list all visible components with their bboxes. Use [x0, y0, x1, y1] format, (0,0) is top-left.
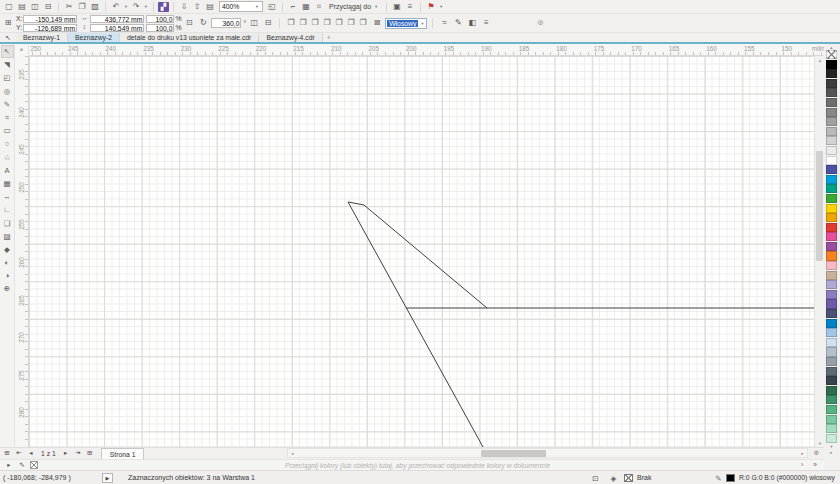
text-tool-icon[interactable]: A: [1, 164, 14, 177]
hints-expand-icon[interactable]: ▾: [438, 4, 444, 9]
interactive-fill-tool-icon[interactable]: ◐: [1, 256, 14, 269]
artistic-media-tool-icon[interactable]: ≈: [1, 111, 14, 124]
first-page-icon[interactable]: ⇤: [14, 448, 24, 459]
color-swatch[interactable]: [826, 261, 837, 270]
color-swatch[interactable]: [826, 146, 837, 155]
color-swatch[interactable]: [826, 434, 837, 443]
outline-color-swatch[interactable]: [726, 474, 735, 482]
color-swatch[interactable]: [826, 280, 837, 289]
color-swatch[interactable]: [826, 395, 837, 404]
shaping-icon[interactable]: ❐: [345, 18, 357, 29]
color-swatch[interactable]: [826, 405, 837, 414]
transform-widget-icon[interactable]: ⊞: [2, 18, 14, 29]
show-guidelines-icon[interactable]: ⌗: [313, 1, 325, 12]
color-swatch[interactable]: [826, 424, 837, 433]
new-document-tab-button[interactable]: +: [323, 33, 335, 42]
export-icon[interactable]: ⇧: [191, 1, 203, 12]
options-icon[interactable]: ▣: [391, 1, 403, 12]
last-page-icon[interactable]: ⇥: [73, 448, 83, 459]
polygon-tool-icon[interactable]: ☆: [1, 151, 14, 164]
shaping-icon[interactable]: ❐: [285, 18, 297, 29]
horizontal-scroll-thumb[interactable]: [481, 450, 546, 457]
palette-scroll-end-icon[interactable]: »: [810, 460, 820, 471]
palette-scroll-right-icon[interactable]: ›: [797, 460, 807, 471]
color-swatch[interactable]: [826, 136, 837, 145]
rectangle-tool-icon[interactable]: ▭: [1, 124, 14, 137]
paste-icon[interactable]: ▨: [89, 1, 101, 12]
color-swatch[interactable]: [826, 338, 837, 347]
color-swatch[interactable]: [826, 376, 837, 385]
shaping-icon[interactable]: ❐: [297, 18, 309, 29]
document-tab[interactable]: Beznazwy-1: [16, 33, 68, 42]
save-icon[interactable]: ◫: [29, 1, 41, 12]
outline-width-select[interactable]: Włosowy ▾: [385, 18, 427, 29]
dimension-tool-icon[interactable]: ↔: [1, 190, 14, 203]
interactive-property-icon[interactable]: ⊕: [534, 18, 546, 29]
shaping-icon[interactable]: ❐: [333, 18, 345, 29]
document-tab[interactable]: Beznazwy-2: [68, 33, 120, 42]
outline-pen-icon[interactable]: ✎: [452, 18, 464, 29]
fill-none-swatch[interactable]: [624, 474, 633, 482]
color-swatch[interactable]: [826, 357, 837, 366]
color-swatch[interactable]: [826, 290, 837, 299]
fullscreen-preview-icon[interactable]: ◱: [266, 1, 278, 12]
drawing-line[interactable]: [364, 205, 487, 308]
scale-x-field[interactable]: 100,0: [146, 15, 174, 23]
x-position-field[interactable]: -150,149 mm: [23, 15, 77, 23]
color-swatch[interactable]: [826, 271, 837, 280]
color-swatch[interactable]: [826, 204, 837, 213]
no-color-swatch[interactable]: [30, 461, 38, 469]
shape-tool-icon[interactable]: ◥: [1, 58, 14, 71]
scale-y-field[interactable]: 100,0: [146, 24, 174, 32]
color-swatch[interactable]: [826, 242, 837, 251]
mirror-horizontal-icon[interactable]: ◫: [248, 18, 260, 29]
ruler-origin-button[interactable]: ⌖: [15, 44, 29, 56]
color-swatch[interactable]: [826, 156, 837, 165]
document-properties-icon[interactable]: ⊡: [590, 473, 601, 483]
width-field[interactable]: 436,772 mm: [90, 15, 144, 23]
crop-tool-icon[interactable]: ◰: [1, 71, 14, 84]
shadow-tool-icon[interactable]: ❏: [1, 216, 14, 229]
pick-tool-icon[interactable]: ↖: [1, 45, 14, 58]
no-color-swatch[interactable]: [826, 50, 837, 59]
print-icon[interactable]: ⊟: [42, 1, 54, 12]
application-launcher-icon[interactable]: ≡: [404, 1, 416, 12]
edit-fill-icon[interactable]: ◧: [466, 18, 478, 29]
color-swatch[interactable]: [826, 309, 837, 318]
transparency-tool-icon[interactable]: ▨: [1, 230, 14, 243]
palette-flyout-icon[interactable]: ▸: [4, 460, 14, 471]
scroll-left-icon[interactable]: ◂: [288, 449, 297, 457]
fill-color-icon[interactable]: ◈: [608, 473, 619, 483]
zoom-level-select[interactable]: 400% ▾: [219, 1, 263, 12]
alignment-icon[interactable]: ≡: [480, 18, 492, 29]
smart-fill-tool-icon[interactable]: ◑: [1, 269, 14, 282]
page-tab[interactable]: Strona 1: [101, 448, 145, 459]
copy-icon[interactable]: ❐: [76, 1, 88, 12]
zoom-tool-icon[interactable]: ◎: [1, 85, 14, 98]
search-content-icon[interactable]: ▞: [158, 2, 169, 12]
add-page-icon[interactable]: ⊞: [85, 448, 95, 459]
navigator-button[interactable]: ⊕: [810, 448, 823, 458]
hints-flag-icon[interactable]: ⚑: [425, 1, 437, 12]
color-swatch[interactable]: [826, 117, 837, 126]
new-document-icon[interactable]: ▢: [3, 1, 15, 12]
redo-icon[interactable]: ↷: [130, 1, 142, 12]
drawing-line[interactable]: [348, 202, 483, 447]
color-swatch[interactable]: [826, 69, 837, 78]
color-swatch[interactable]: [826, 347, 837, 356]
open-icon[interactable]: ▤: [16, 1, 28, 12]
vertical-scroll-thumb[interactable]: [816, 151, 823, 261]
horizontal-scrollbar[interactable]: ◂ ▸: [287, 448, 808, 458]
table-tool-icon[interactable]: ▦: [1, 177, 14, 190]
y-position-field[interactable]: -126,689 mm: [23, 24, 77, 32]
color-swatch[interactable]: [826, 299, 837, 308]
add-page-icon[interactable]: ⊞: [2, 448, 12, 459]
connector-tool-icon[interactable]: ∟: [1, 203, 14, 216]
drawing-line[interactable]: [348, 202, 364, 205]
freehand-tool-icon[interactable]: ✎: [1, 98, 14, 111]
color-swatch[interactable]: [826, 251, 837, 260]
color-swatch[interactable]: [826, 328, 837, 337]
lock-object-icon[interactable]: ⊠: [371, 18, 383, 29]
eyedropper-tool-icon[interactable]: ◆: [1, 243, 14, 256]
next-page-icon[interactable]: ▸: [61, 448, 71, 459]
